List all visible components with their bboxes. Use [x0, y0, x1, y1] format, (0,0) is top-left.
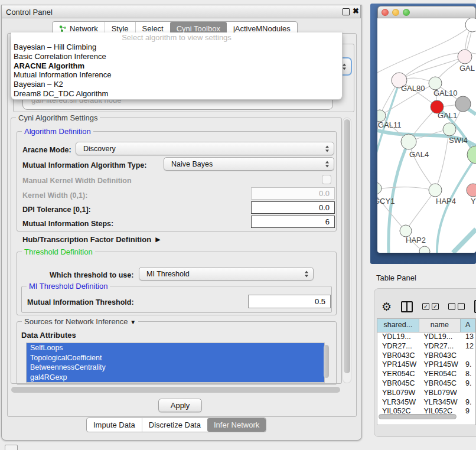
mi-steps-label: Mutual Information Steps: [22, 220, 113, 228]
bottom-tab-discretize-data[interactable]: Discretize Data [142, 418, 207, 432]
tab-label: Discretize Data [149, 418, 201, 432]
node-label-gal11: GAL11 [378, 120, 402, 129]
mi-threshold-title: MI Threshold Definition [27, 282, 110, 291]
which-threshold-label: Which threshold to use: [50, 271, 133, 279]
attribute-table[interactable]: shared...nameA YDL19...YDL19...13YDR27..… [377, 318, 476, 425]
network-node-hap4[interactable] [429, 184, 442, 197]
network-node-gal4[interactable] [401, 134, 416, 149]
table-row[interactable]: YBR043CYBR043C [377, 351, 475, 361]
table-horizontal-scrollbar[interactable] [378, 413, 475, 420]
column-header-shared[interactable]: shared... [377, 319, 419, 332]
table-cell: YBR045C [377, 379, 419, 389]
manual-kernel-checkbox[interactable] [322, 175, 331, 184]
mac-zoom-icon[interactable] [403, 9, 410, 16]
column-header-a[interactable]: A [461, 319, 475, 332]
kernel-width-field[interactable] [251, 187, 335, 200]
dpi-tolerance-field[interactable] [251, 201, 335, 214]
network-node[interactable] [455, 96, 471, 112]
sources-title: Sources for Network Inference [24, 317, 128, 326]
network-node[interactable] [419, 246, 430, 253]
network-node[interactable] [465, 18, 476, 32]
network-node-gal[interactable] [458, 50, 472, 64]
table-cell: YLR345W [419, 398, 460, 407]
table-cell: YBR043C [419, 351, 460, 361]
algorithm-option-bayesian-hill-climbing[interactable]: Bayesian – Hill Climbing [11, 43, 342, 52]
algorithm-option-basic-correlation-inference[interactable]: Basic Correlation Inference [11, 52, 342, 61]
table-horizontal-scrollbar-thumb[interactable] [379, 414, 457, 419]
threshold-definition-title: Threshold Definition [22, 247, 95, 256]
attribute-item-selfloops[interactable]: SelfLoops [27, 343, 324, 353]
network-node-swi4[interactable] [443, 123, 456, 136]
table-cell: YER054C [419, 370, 460, 379]
attribute-item-gal4rgexp[interactable]: gal4RGexp [27, 373, 324, 383]
table-row[interactable]: YLR345WYLR345W9. [377, 398, 475, 407]
float-window-icon[interactable] [343, 8, 350, 15]
gear-icon[interactable]: ⚙ [382, 301, 392, 312]
table-cell: YBR045C [419, 379, 460, 389]
data-attributes-list[interactable]: SelfLoopsTopologicalCoefficientBetweenne… [26, 343, 325, 383]
combo-stepper-icon [325, 145, 330, 152]
algorithm-option-mutual-information-inference[interactable]: Mutual Information Inference [11, 70, 342, 80]
attribute-item-topologicalcoefficient[interactable]: TopologicalCoefficient [27, 353, 324, 363]
table-cell [461, 351, 475, 361]
algorithm-option-dream8-dc-tdc-algorithm[interactable]: Dream8 DC_TDC Algorithm [11, 89, 342, 99]
checked-pair-icon[interactable]: ✓✓ [422, 303, 439, 310]
control-panel-title: Control Panel [6, 8, 53, 17]
table-cell: 13 [461, 332, 475, 342]
settings-horizontal-scrollbar[interactable] [9, 386, 354, 394]
which-threshold-combo[interactable]: MI Threshold [139, 267, 314, 281]
table-cell: YDR27... [419, 342, 460, 351]
algorithm-definition-title: Algorithm Definition [22, 127, 93, 136]
split-view-icon[interactable] [401, 301, 413, 312]
mi-steps-field[interactable] [251, 216, 335, 228]
node-label-gal1: GAL1 [438, 111, 457, 120]
table-cell: 9. [461, 360, 475, 370]
close-icon[interactable]: ✖ [353, 6, 359, 15]
attribute-item-betweennesscentrality[interactable]: BetweennessCentrality [27, 363, 324, 373]
table-row[interactable]: YDL19...YDL19...13 [377, 332, 475, 342]
network-node-hap2[interactable] [400, 225, 412, 237]
table-row[interactable]: YBR045CYBR045C9. [377, 379, 475, 389]
dpi-tolerance-label: DPI Tolerance [0,1]: [22, 206, 91, 214]
table-row[interactable]: YER054CYER054C8. [377, 370, 475, 379]
bottom-tab-infer-network[interactable]: Infer Network [207, 418, 266, 432]
mac-minimize-icon[interactable] [392, 9, 399, 16]
unchecked-pair-icon[interactable] [448, 303, 465, 310]
table-body: YDL19...YDL19...13YDR27...YDR27...12YBR0… [377, 332, 475, 416]
list-scrollbar-thumb[interactable] [324, 345, 329, 378]
network-window-titlebar[interactable] [377, 6, 476, 18]
table-cell: YLR345W [377, 398, 419, 407]
apply-button[interactable]: Apply [158, 399, 202, 412]
mi-threshold-field[interactable] [248, 295, 331, 308]
network-node[interactable] [467, 146, 476, 164]
settings-vertical-scrollbar-thumb[interactable] [344, 119, 350, 373]
network-node-gal10[interactable] [429, 77, 442, 90]
algorithm-option-aracne-algorithm[interactable]: ARACNE Algorithm [11, 61, 342, 71]
tab-label: Infer Network [214, 418, 259, 432]
table-row[interactable]: YPR145WYPR145W9. [377, 360, 475, 370]
sources-title-wrap[interactable]: Sources for Network Inference ▼ [22, 317, 138, 326]
aracne-mode-combo[interactable]: Discovery [76, 142, 334, 155]
table-cell: YER054C [377, 370, 419, 379]
table-row[interactable]: YBL079WYBL079W [377, 389, 475, 398]
node-label-gal80: GAL80 [401, 84, 425, 93]
hub-definition-toggle[interactable]: Hub/Transcription Factor Definition ▶ [22, 235, 161, 244]
algorithm-dropdown-prompt: Select algorithm to view settings [11, 32, 342, 43]
algorithm-option-bayesian-k2[interactable]: Bayesian – K2 [11, 80, 342, 89]
settings-horizontal-scrollbar-thumb[interactable] [11, 387, 340, 393]
node-label-gal4: GAL4 [409, 150, 429, 159]
network-canvas[interactable]: GALGAL80GAL10GAL1GAL11SWI4GAL4GCY1HAP4YH… [377, 18, 476, 253]
column-header-name[interactable]: name [419, 319, 461, 332]
table-panel-title: Table Panel [376, 273, 416, 282]
table-cell: YDR27... [377, 342, 419, 351]
network-node-y[interactable] [467, 184, 476, 197]
table-cell: YBL079W [377, 389, 419, 398]
tab-label: Impute Data [93, 418, 135, 432]
bottom-tab-impute-data[interactable]: Impute Data [87, 418, 142, 432]
mi-type-combo[interactable]: Naive Bayes [164, 157, 334, 171]
mac-close-icon[interactable] [382, 9, 389, 16]
docked-panel-icon[interactable] [5, 445, 18, 450]
network-node-gcy1[interactable] [377, 182, 382, 194]
node-label-y: Y [471, 197, 476, 206]
table-row[interactable]: YDR27...YDR27...12 [377, 342, 475, 351]
